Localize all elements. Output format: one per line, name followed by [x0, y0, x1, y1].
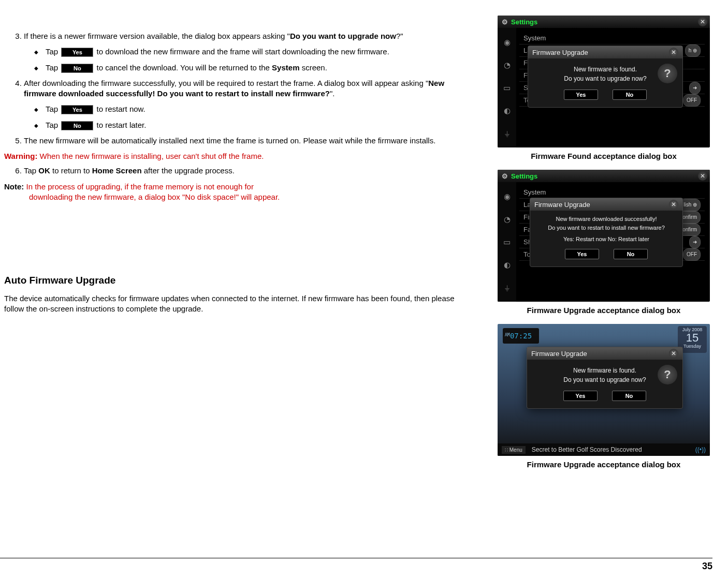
close-icon[interactable]: ✕: [698, 171, 707, 181]
display-icon[interactable]: ▭: [503, 238, 511, 247]
figure-1-caption: Firmware Found acceptance dialog box: [495, 152, 712, 160]
footer-rule: [0, 558, 712, 558]
b2-bold: System: [272, 63, 299, 72]
sound-icon[interactable]: ((•)): [695, 446, 706, 453]
left-column: If there is a newer firmware version ava…: [4, 16, 474, 478]
b2-mid: to cancel the download. You will be retu…: [94, 63, 272, 72]
settings-label: Settings: [511, 18, 537, 26]
s4b2-pre: Tap: [46, 121, 60, 129]
note-block: Note: In the process of upgrading, if th…: [4, 182, 474, 203]
dialog-header: Firmware Upgrade ✕: [530, 198, 682, 211]
note-text-1: In the process of upgrading, if the fram…: [24, 182, 254, 191]
s4b1-post: to restart now.: [94, 105, 145, 113]
warning-line: Warning: When the new firmware is instal…: [4, 151, 474, 161]
b2-tail: screen.: [299, 63, 327, 72]
s6-ok: OK: [38, 166, 50, 175]
yes-button[interactable]: Yes: [563, 391, 598, 401]
close-icon[interactable]: ✕: [698, 17, 707, 26]
figure-2-caption: Firmware Upgrade acceptance dialog box: [495, 306, 712, 315]
instruction-list: If there is a newer firmware version ava…: [4, 31, 474, 146]
question-icon: ?: [658, 365, 677, 384]
clock-icon[interactable]: ◔: [504, 215, 511, 224]
no-button-icon: No: [61, 64, 93, 73]
power-icon[interactable]: ⏚: [505, 129, 509, 138]
s6-home: Home Screen: [92, 166, 142, 175]
dialog-close-icon[interactable]: ✕: [669, 200, 678, 209]
firmware-restart-dialog: Firmware Upgrade ✕ New firmware download…: [530, 198, 683, 267]
sidebar: ◉ ◔ ▭ ◐ ⏚: [498, 182, 516, 302]
display-icon[interactable]: ▭: [503, 83, 511, 93]
figure-3-caption: Firmware Upgrade acceptance dialog box: [495, 460, 712, 469]
no-button[interactable]: No: [613, 90, 647, 100]
row-system: System: [519, 186, 705, 199]
b1-pre: Tap: [46, 47, 60, 56]
chart-icon[interactable]: ◐: [504, 106, 511, 115]
date-day: 15: [678, 332, 707, 344]
dialog-line-2: Do you want to restart to install new fi…: [535, 224, 677, 232]
note-text-2: downloading the new firmware, a dialog b…: [29, 192, 474, 202]
yes-button[interactable]: Yes: [564, 90, 598, 100]
dialog-line-1: New firmware is found.: [534, 366, 675, 375]
am-label: AM: [505, 328, 510, 343]
dialog-body: ? New firmware is found. Do you want to …: [527, 360, 682, 388]
instruction-list-6: Tap OK to return to Home Screen after th…: [4, 166, 474, 176]
titlebar: ⚙ Settings: [498, 16, 710, 28]
step-4: After downloading the firmware successfu…: [24, 78, 474, 130]
no-button-icon: No: [61, 121, 93, 130]
no-button[interactable]: No: [612, 391, 646, 401]
clock-widget: AM 07:25: [503, 328, 539, 344]
gear-icon: ⚙: [502, 172, 508, 180]
chart-icon[interactable]: ◐: [504, 260, 511, 270]
figure-home-firmware-upgrade: AM 07:25 July 2008 15 Tuesday Firmware U…: [498, 324, 710, 456]
dialog-title: Firmware Upgrade: [531, 350, 587, 358]
dialog-header: Firmware Upgrade ✕: [528, 46, 682, 58]
yes-button[interactable]: Yes: [565, 249, 599, 259]
wifi-icon[interactable]: ◉: [504, 38, 511, 47]
dialog-title: Firmware Upgrade: [532, 49, 588, 56]
page-number: 35: [702, 561, 712, 572]
dialog-line-1: New firmware is found.: [535, 65, 675, 74]
step-3-bullet-1: Tap Yes to download the new firmware and…: [34, 47, 474, 57]
s4b2-post: to restart later.: [94, 121, 146, 129]
dialog-body: ? New firmware is found. Do you want to …: [528, 58, 682, 86]
ticker-text: Secret to Better Golf Scores Discovered: [532, 446, 642, 453]
dialog-buttons: Yes No: [528, 86, 682, 107]
warning-label: Warning:: [4, 152, 37, 160]
step-3-text: If there is a newer firmware version ava…: [24, 32, 290, 40]
note-label: Note:: [4, 182, 24, 191]
dialog-line-3: Yes: Restart now No: Restart later: [535, 235, 677, 244]
dialog-close-icon[interactable]: ✕: [669, 349, 678, 358]
figure-firmware-upgrade: ⚙ Settings ✕ ◉ ◔ ▭ ◐ ⏚ System Langlish ⊕…: [498, 170, 710, 302]
yes-button-icon: Yes: [61, 105, 93, 114]
firmware-found-dialog: Firmware Upgrade ✕ ? New firmware is fou…: [528, 46, 683, 108]
no-button[interactable]: No: [614, 249, 648, 259]
dialog-buttons: Yes No: [527, 388, 682, 408]
power-icon[interactable]: ⏚: [505, 283, 509, 292]
step-3-tail: ?": [396, 32, 403, 40]
menu-button[interactable]: ∷ Menu: [502, 446, 526, 454]
clock-icon[interactable]: ◔: [504, 61, 511, 70]
section-body: The device automatically checks for firm…: [4, 293, 474, 315]
dialog-body: New firmware downloaded successfully! Do…: [530, 211, 682, 246]
dialog-line-1: New firmware downloaded successfully!: [535, 215, 677, 224]
step-3-bullet-2: Tap No to cancel the download. You will …: [34, 63, 474, 73]
question-icon: ?: [658, 64, 677, 83]
row-system: System: [519, 32, 705, 45]
sidebar: ◉ ◔ ▭ ◐ ⏚: [498, 28, 516, 147]
gear-icon: ⚙: [502, 18, 508, 26]
dialog-title: Firmware Upgrade: [534, 201, 590, 209]
section-heading: Auto Firmware Upgrade: [4, 275, 474, 286]
settings-label: Settings: [511, 172, 537, 180]
dialog-buttons: Yes No: [530, 246, 682, 266]
s6-pre: Tap: [24, 166, 38, 175]
firmware-found-dialog-home: Firmware Upgrade ✕ ? New firmware is fou…: [527, 347, 683, 409]
s4-lead: After downloading the firmware successfu…: [24, 79, 428, 87]
figure-firmware-found: ⚙ Settings ✕ ◉ ◔ ▭ ◐ ⏚ System Lah ⊕ FiCo…: [498, 16, 710, 147]
wifi-icon[interactable]: ◉: [504, 192, 511, 201]
step-4-bullet-2: Tap No to restart later.: [34, 120, 474, 130]
b2-pre: Tap: [46, 63, 60, 72]
clock-time: 07:25: [510, 332, 532, 340]
yes-button-icon: Yes: [61, 48, 93, 57]
s6-post: after the upgrade process.: [142, 166, 235, 175]
dialog-close-icon[interactable]: ✕: [669, 48, 678, 57]
